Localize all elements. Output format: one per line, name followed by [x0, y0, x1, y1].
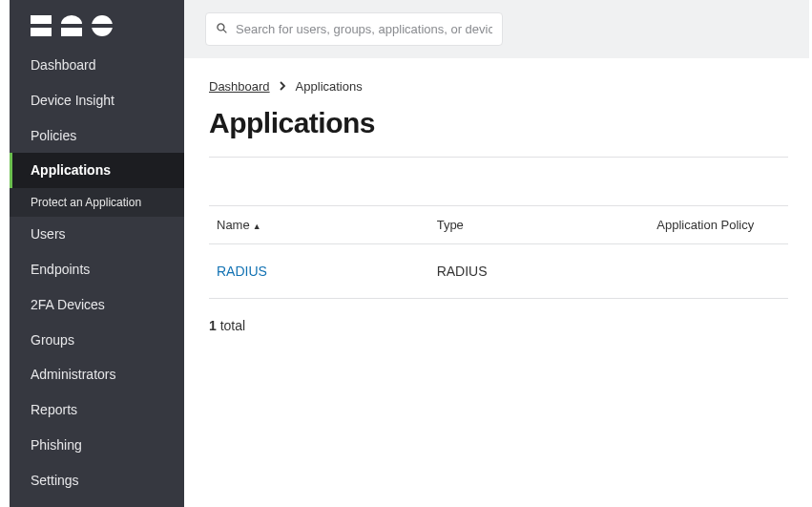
total-count-label: total: [217, 318, 245, 333]
brand-logo: [10, 0, 184, 48]
sidebar-item-billing[interactable]: Billing: [10, 498, 184, 507]
column-header-name-label: Name: [217, 218, 250, 232]
search-container: [205, 12, 503, 46]
main-content: Dashboard Applications Applications Name…: [184, 58, 809, 507]
breadcrumb-root-link[interactable]: Dashboard: [209, 79, 270, 94]
sidebar-sub-protect-application[interactable]: Protect an Application: [10, 188, 184, 217]
sidebar-item-administrators[interactable]: Administrators: [10, 357, 184, 392]
svg-rect-4: [92, 24, 113, 28]
sidebar-item-phishing[interactable]: Phishing: [10, 428, 184, 463]
sidebar-item-users[interactable]: Users: [10, 217, 184, 252]
sidebar-item-groups[interactable]: Groups: [10, 323, 184, 358]
column-header-type[interactable]: Type: [429, 206, 650, 244]
sidebar-item-endpoints[interactable]: Endpoints: [10, 252, 184, 287]
sidebar-nav: Dashboard Device Insight Policies Applic…: [10, 48, 184, 507]
svg-rect-1: [31, 28, 52, 36]
sidebar-item-dashboard[interactable]: Dashboard: [10, 48, 184, 83]
applications-table: Name▲ Type Application Policy RADIUS RAD…: [209, 205, 788, 299]
application-name-link[interactable]: RADIUS: [217, 264, 267, 279]
table-row: RADIUS RADIUS: [209, 244, 788, 299]
application-type: RADIUS: [429, 244, 650, 299]
divider: [209, 157, 788, 158]
svg-rect-0: [31, 15, 52, 24]
sidebar-item-settings[interactable]: Settings: [10, 463, 184, 498]
sidebar-item-applications[interactable]: Applications: [10, 153, 184, 188]
total-count-number: 1: [209, 318, 217, 333]
breadcrumb-current: Applications: [296, 79, 363, 94]
topbar: [184, 0, 809, 58]
sidebar-item-device-insight[interactable]: Device Insight: [10, 83, 184, 118]
breadcrumb: Dashboard Applications: [209, 79, 788, 94]
chevron-right-icon: [280, 80, 286, 94]
svg-line-6: [223, 30, 226, 32]
sidebar-item-reports[interactable]: Reports: [10, 392, 184, 428]
sidebar-item-2fa-devices[interactable]: 2FA Devices: [10, 287, 184, 323]
total-count: 1 total: [209, 318, 788, 333]
sort-asc-icon: ▲: [253, 222, 261, 231]
search-input[interactable]: [236, 22, 492, 36]
search-icon: [216, 22, 228, 37]
page-title: Applications: [209, 107, 788, 139]
svg-point-5: [218, 23, 224, 30]
sidebar-item-policies[interactable]: Policies: [10, 118, 184, 154]
sidebar: Dashboard Device Insight Policies Applic…: [10, 0, 184, 507]
column-header-name[interactable]: Name▲: [209, 206, 429, 244]
application-policy: [649, 244, 788, 299]
svg-rect-2: [61, 28, 82, 36]
column-header-policy[interactable]: Application Policy: [649, 206, 788, 244]
